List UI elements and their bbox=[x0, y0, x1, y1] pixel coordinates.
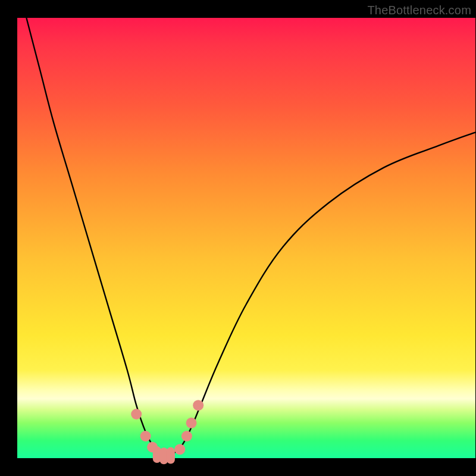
marker-bar-5 bbox=[167, 447, 175, 464]
attribution-text: TheBottleneck.com bbox=[367, 4, 471, 17]
marker-dot-0 bbox=[131, 409, 142, 419]
plot-area bbox=[17, 18, 475, 458]
marker-dot-1 bbox=[140, 431, 151, 441]
marker-dot-7 bbox=[181, 431, 192, 441]
marker-dot-6 bbox=[174, 444, 185, 455]
marker-dot-8 bbox=[186, 418, 197, 428]
outer-frame: TheBottleneck.com bbox=[0, 0, 476, 476]
marker-group bbox=[131, 400, 203, 464]
marker-dot-9 bbox=[193, 400, 203, 411]
bottleneck-curve bbox=[26, 18, 475, 456]
curve-layer bbox=[17, 18, 475, 458]
